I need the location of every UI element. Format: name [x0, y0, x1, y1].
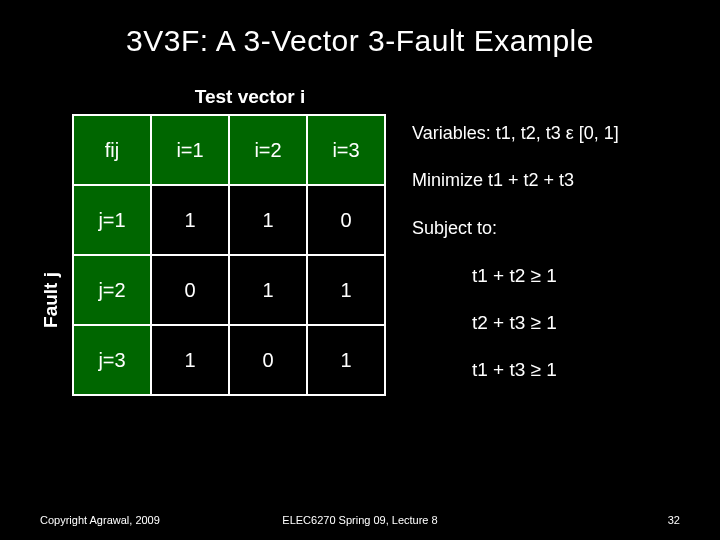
- col-header: i=2: [229, 115, 307, 185]
- slide-title: 3V3F: A 3-Vector 3-Fault Example: [40, 24, 680, 58]
- table-top-caption: Test vector i: [0, 86, 680, 108]
- table-header-row: fij i=1 i=2 i=3: [73, 115, 385, 185]
- cell: 1: [151, 325, 229, 395]
- footer-center: ELEC6270 Spring 09, Lecture 8: [40, 514, 680, 526]
- cell: 1: [307, 255, 385, 325]
- objective-line: Minimize t1 + t2 + t3: [412, 169, 619, 192]
- col-header: i=1: [151, 115, 229, 185]
- fij-table: fij i=1 i=2 i=3 j=1 1 1 0 j=2 0 1 1: [72, 114, 386, 396]
- table-corner: fij: [73, 115, 151, 185]
- cell: 0: [229, 325, 307, 395]
- cell: 1: [229, 255, 307, 325]
- math-panel: Variables: t1, t2, t3 ε [0, 1] Minimize …: [412, 122, 619, 404]
- row-label: j=2: [73, 255, 151, 325]
- table-y-label: Fault j: [40, 272, 62, 328]
- cell: 1: [229, 185, 307, 255]
- content-area: Fault j fij i=1 i=2 i=3 j=1 1 1 0 j=2 0: [40, 114, 680, 404]
- footer: Copyright Agrawal, 2009 ELEC6270 Spring …: [40, 514, 680, 526]
- cell: 1: [151, 185, 229, 255]
- table-row: j=3 1 0 1: [73, 325, 385, 395]
- row-label: j=3: [73, 325, 151, 395]
- col-header: i=3: [307, 115, 385, 185]
- cell: 0: [307, 185, 385, 255]
- row-label: j=1: [73, 185, 151, 255]
- variables-line: Variables: t1, t2, t3 ε [0, 1]: [412, 122, 619, 145]
- table-row: j=2 0 1 1: [73, 255, 385, 325]
- constraint: t1 + t3 ≥ 1: [472, 358, 619, 383]
- cell: 0: [151, 255, 229, 325]
- constraint: t1 + t2 ≥ 1: [472, 264, 619, 289]
- cell: 1: [307, 325, 385, 395]
- table-row: j=1 1 1 0: [73, 185, 385, 255]
- table-wrap: Fault j fij i=1 i=2 i=3 j=1 1 1 0 j=2 0: [40, 114, 386, 396]
- constraint: t2 + t3 ≥ 1: [472, 311, 619, 336]
- slide: 3V3F: A 3-Vector 3-Fault Example Test ve…: [0, 0, 720, 540]
- subject-to-line: Subject to:: [412, 217, 619, 240]
